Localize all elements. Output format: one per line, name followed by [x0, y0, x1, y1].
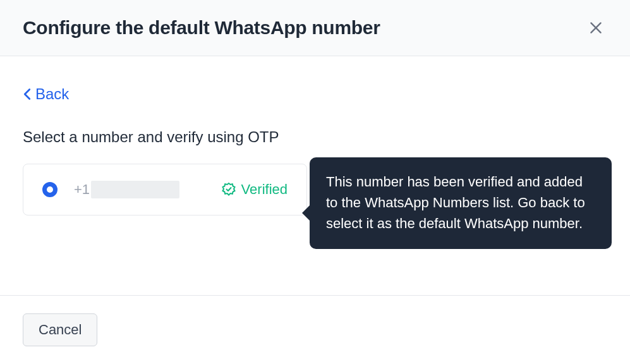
modal-footer: Cancel — [0, 296, 630, 364]
close-icon — [588, 20, 604, 36]
phone-number-option[interactable]: +1 Verified — [23, 164, 307, 215]
phone-prefix: +1 — [74, 181, 90, 198]
modal-header: Configure the default WhatsApp number — [0, 0, 630, 56]
verified-badge: Verified — [221, 181, 288, 198]
configure-whatsapp-modal: Configure the default WhatsApp number Ba… — [0, 0, 630, 364]
verified-label: Verified — [241, 181, 288, 198]
cancel-button[interactable]: Cancel — [23, 313, 97, 346]
close-button[interactable] — [585, 16, 607, 39]
modal-body: Back Select a number and verify using OT… — [0, 56, 630, 296]
phone-redacted — [91, 181, 179, 198]
instruction-text: Select a number and verify using OTP — [23, 128, 607, 146]
verified-tooltip: This number has been verified and added … — [310, 157, 612, 249]
modal-title: Configure the default WhatsApp number — [23, 17, 380, 39]
back-label: Back — [35, 85, 69, 103]
verified-icon — [221, 182, 236, 197]
back-link[interactable]: Back — [23, 85, 69, 103]
radio-selected[interactable] — [42, 182, 58, 197]
chevron-left-icon — [23, 88, 32, 100]
phone-number: +1 — [74, 181, 179, 198]
tooltip-text: This number has been verified and added … — [326, 174, 585, 231]
